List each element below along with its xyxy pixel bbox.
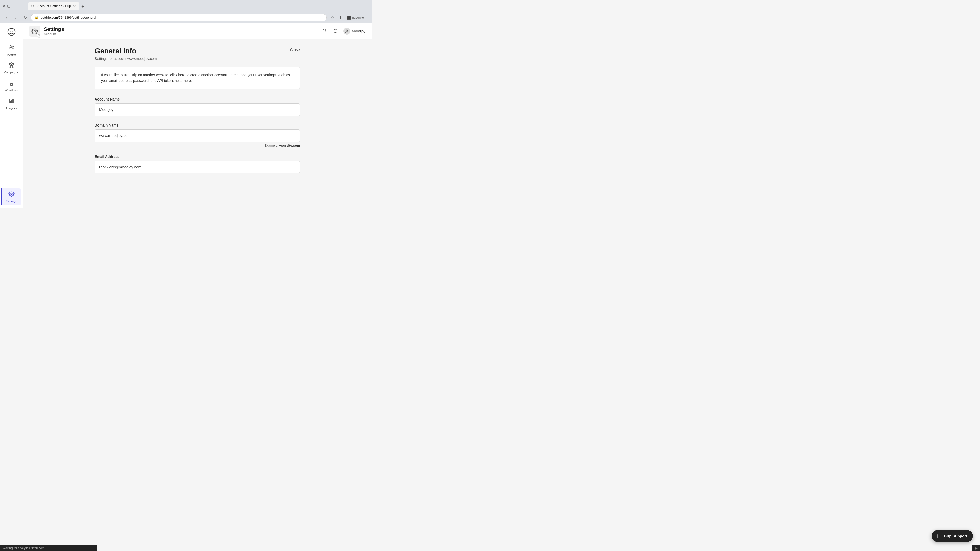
email-address-input[interactable]: [95, 161, 300, 173]
campaigns-icon: [8, 62, 14, 70]
secure-icon: 🔒: [35, 16, 38, 19]
page-content: Close General Info Settings for account …: [83, 39, 312, 189]
email-address-group: Email Address: [95, 155, 300, 173]
sidebar-item-settings[interactable]: Settings: [1, 188, 21, 205]
minimize-button[interactable]: [2, 4, 6, 8]
user-avatar: [343, 27, 350, 35]
domain-hint: Example: yoursite.com: [95, 144, 300, 148]
domain-name-input[interactable]: [95, 129, 300, 142]
svg-point-5: [12, 30, 13, 32]
head-here-link[interactable]: head here: [175, 79, 191, 83]
sidebar-item-campaigns-label: Campaigns: [4, 71, 19, 74]
svg-point-24: [334, 29, 337, 32]
tab-bar: ⚙ Account Settings · Drip ✕ +: [28, 2, 369, 11]
svg-point-4: [10, 30, 11, 32]
svg-rect-9: [9, 81, 11, 82]
sidebar-item-workflows[interactable]: Workflows: [1, 78, 22, 94]
hint-prefix: Example:: [264, 144, 278, 148]
tab-favicon: ⚙: [31, 4, 35, 8]
svg-point-8: [12, 46, 13, 48]
account-name-input[interactable]: [95, 103, 300, 116]
analytics-icon: [8, 98, 14, 106]
notification-button[interactable]: [321, 27, 328, 35]
settings-icon: [8, 191, 14, 198]
bookmark-button[interactable]: ☆: [329, 14, 336, 21]
account-name-group: Account Name: [95, 97, 300, 116]
top-bar-title-group: Settings Account: [44, 26, 64, 36]
refresh-button[interactable]: ↻: [21, 14, 29, 21]
svg-point-7: [10, 45, 11, 47]
address-bar-row: ‹ › ↻ 🔒 getdrip.com/7641396/settings/gen…: [0, 12, 372, 23]
domain-name-label: Domain Name: [95, 123, 300, 127]
top-bar-right: Moodjoy: [321, 27, 366, 35]
tab-list-button[interactable]: ⌄: [19, 3, 26, 10]
svg-point-3: [8, 28, 15, 35]
svg-point-26: [346, 30, 347, 31]
svg-rect-18: [10, 101, 11, 103]
svg-rect-20: [13, 99, 13, 103]
settings-icon-large: [29, 25, 40, 37]
sidebar: People Campaigns: [0, 23, 23, 208]
page-subtitle: Settings for account www.moodjoy.com.: [95, 57, 300, 61]
new-tab-button[interactable]: +: [79, 3, 86, 11]
address-bar[interactable]: 🔒 getdrip.com/7641396/settings/general: [30, 14, 327, 21]
close-button[interactable]: Close: [290, 48, 300, 52]
page-title: General Info: [95, 47, 300, 55]
settings-sub-badge: [37, 33, 41, 38]
top-bar: Settings Account: [23, 23, 372, 39]
hint-value: yoursite.com: [279, 144, 300, 148]
info-text-prefix: If you'd like to use Drip on another web…: [101, 73, 169, 77]
sidebar-item-people-label: People: [7, 53, 16, 56]
svg-point-22: [34, 30, 36, 32]
browser-chrome: ⌄ ⚙ Account Settings · Drip ✕ +: [0, 0, 372, 12]
window-controls: [2, 4, 16, 8]
sidebar-item-people[interactable]: People: [1, 42, 22, 59]
back-button[interactable]: ‹: [3, 14, 10, 21]
sidebar-item-campaigns[interactable]: Campaigns: [1, 60, 22, 76]
tablet-view-button[interactable]: ⬛: [345, 14, 352, 21]
info-box: If you'd like to use Drip on another web…: [95, 67, 300, 89]
close-window-button[interactable]: [12, 4, 16, 8]
domain-name-group: Domain Name Example: yoursite.com: [95, 123, 300, 148]
incognito-label: I Incognito: [353, 14, 360, 21]
sidebar-item-settings-label: Settings: [6, 200, 17, 203]
app-layout: People Campaigns: [0, 23, 372, 208]
sidebar-item-analytics[interactable]: Analytics: [1, 95, 22, 112]
maximize-button[interactable]: [7, 4, 11, 8]
click-here-link[interactable]: click here: [170, 73, 185, 77]
svg-rect-10: [12, 81, 14, 82]
info-text-suffix: .: [191, 79, 192, 83]
people-icon: [8, 44, 14, 52]
tab-close-button[interactable]: ✕: [73, 4, 76, 8]
top-bar-left: Settings Account: [29, 25, 64, 37]
page-section-subtitle: Account: [44, 32, 64, 36]
email-address-label: Email Address: [95, 155, 300, 159]
tab-title: Account Settings · Drip: [37, 4, 71, 8]
address-bar-actions: ☆ ⬇ ⬛ I Incognito ⋮: [329, 14, 369, 21]
svg-rect-19: [11, 100, 12, 103]
account-name-label: Account Name: [95, 97, 300, 101]
page-section-title: Settings: [44, 26, 64, 32]
main-content: Settings Account: [23, 23, 372, 208]
app-logo[interactable]: [5, 26, 18, 39]
svg-rect-2: [8, 5, 10, 7]
svg-point-21: [11, 193, 12, 195]
download-button[interactable]: ⬇: [337, 14, 344, 21]
username-label: Moodjoy: [352, 29, 366, 33]
subtitle-prefix: Settings for account: [95, 57, 126, 61]
menu-button[interactable]: ⋮: [361, 14, 369, 21]
sidebar-item-workflows-label: Workflows: [5, 89, 18, 92]
user-menu-button[interactable]: Moodjoy: [343, 27, 366, 35]
workflows-icon: [8, 80, 14, 88]
svg-point-23: [39, 35, 40, 36]
svg-rect-11: [11, 84, 13, 86]
sidebar-item-analytics-label: Analytics: [6, 106, 17, 110]
svg-line-25: [337, 32, 338, 33]
active-tab[interactable]: ⚙ Account Settings · Drip ✕: [28, 2, 79, 11]
forward-button[interactable]: ›: [12, 14, 19, 21]
subtitle-domain[interactable]: www.moodjoy.com: [127, 57, 157, 61]
url-text: getdrip.com/7641396/settings/general: [41, 16, 96, 19]
search-button[interactable]: [332, 27, 339, 35]
